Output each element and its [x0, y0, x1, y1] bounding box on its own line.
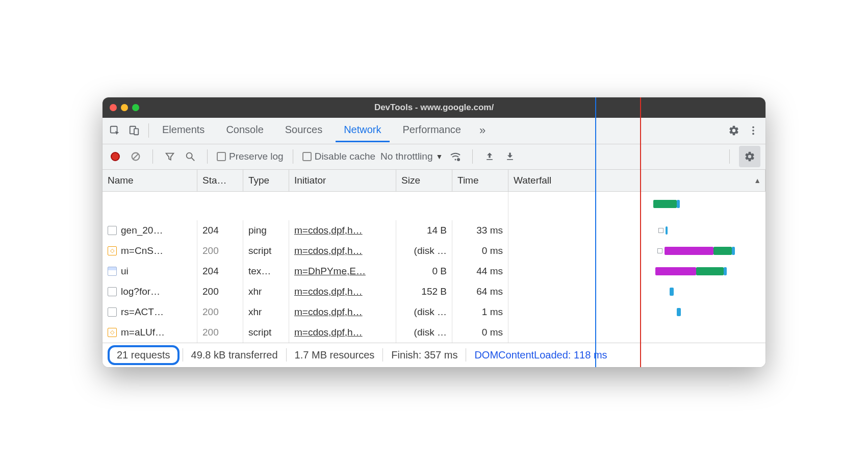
- request-time: 0 ms: [482, 245, 503, 256]
- name-cell[interactable]: rs=ACT…: [103, 302, 197, 322]
- col-size[interactable]: Size: [396, 170, 452, 192]
- tab-console[interactable]: Console: [218, 119, 271, 142]
- col-status[interactable]: Sta…: [197, 170, 243, 192]
- waterfall-bar: [713, 247, 732, 255]
- waterfall-bar: [670, 288, 674, 296]
- initiator-cell[interactable]: m=cdos,dpf,h…: [289, 220, 396, 241]
- upload-har-icon[interactable]: [482, 149, 497, 164]
- inspect-element-icon[interactable]: [106, 121, 124, 140]
- table-row[interactable]: [103, 192, 508, 220]
- status-cell[interactable]: 200: [197, 241, 243, 261]
- tab-elements[interactable]: Elements: [154, 119, 213, 142]
- status-cell[interactable]: 200: [197, 302, 243, 322]
- waterfall-bar: [732, 247, 735, 255]
- time-cell[interactable]: 0 ms: [452, 322, 508, 343]
- name-cell[interactable]: ui: [103, 261, 197, 281]
- time-cell[interactable]: 64 ms: [452, 281, 508, 302]
- device-toolbar-icon[interactable]: [125, 121, 143, 140]
- preserve-log-checkbox[interactable]: Preserve log: [217, 151, 284, 162]
- col-waterfall[interactable]: Waterfall ▲: [508, 170, 765, 192]
- type-cell[interactable]: script: [243, 241, 289, 261]
- settings-gear-icon[interactable]: [725, 121, 743, 140]
- waterfall-cell[interactable]: [508, 302, 765, 322]
- file-type-icon: [108, 328, 117, 337]
- waterfall-bar: [724, 267, 727, 275]
- initiator-cell[interactable]: m=cdos,dpf,h…: [289, 302, 396, 322]
- name-cell[interactable]: log?for…: [103, 281, 197, 302]
- waterfall-cell[interactable]: [508, 241, 765, 261]
- initiator-cell[interactable]: m=cdos,dpf,h…: [289, 322, 396, 343]
- tab-sources[interactable]: Sources: [277, 119, 330, 142]
- close-window-button[interactable]: [110, 104, 117, 111]
- main-tabs-row: Elements Console Sources Network Perform…: [103, 118, 765, 144]
- time-cell[interactable]: 33 ms: [452, 220, 508, 241]
- status-cell[interactable]: 200: [197, 322, 243, 343]
- time-cell[interactable]: 0 ms: [452, 241, 508, 261]
- filter-icon[interactable]: [162, 149, 177, 164]
- throttling-dropdown[interactable]: No throttling ▼: [380, 151, 443, 162]
- request-type: ping: [248, 225, 267, 236]
- request-type: script: [248, 245, 271, 256]
- maximize-window-button[interactable]: [132, 104, 139, 111]
- download-har-icon[interactable]: [502, 149, 518, 164]
- initiator-link[interactable]: m=DhPYme,E…: [294, 266, 366, 277]
- minimize-window-button[interactable]: [121, 104, 128, 111]
- type-cell[interactable]: xhr: [243, 281, 289, 302]
- initiator-link[interactable]: m=cdos,dpf,h…: [294, 306, 363, 318]
- window-titlebar: DevTools - www.google.com/: [103, 97, 765, 118]
- col-initiator[interactable]: Initiator: [289, 170, 396, 192]
- checkbox-icon: [302, 152, 312, 161]
- waterfall-cell[interactable]: [508, 192, 765, 220]
- size-cell[interactable]: (disk …: [396, 322, 452, 343]
- time-cell[interactable]: 44 ms: [452, 261, 508, 281]
- size-cell[interactable]: 0 B: [396, 261, 452, 281]
- waterfall-cell[interactable]: [508, 261, 765, 281]
- network-conditions-icon[interactable]: [448, 149, 463, 164]
- waterfall-cell[interactable]: [508, 220, 765, 241]
- initiator-cell[interactable]: m=cdos,dpf,h…: [289, 281, 396, 302]
- request-name: m=CnS…: [121, 245, 163, 256]
- request-type: tex…: [248, 266, 271, 277]
- initiator-link[interactable]: m=cdos,dpf,h…: [294, 245, 363, 256]
- network-settings-button[interactable]: [739, 146, 760, 167]
- name-cell[interactable]: m=CnS…: [103, 241, 197, 261]
- waterfall-cell[interactable]: [508, 322, 765, 343]
- col-time[interactable]: Time: [452, 170, 508, 192]
- name-cell[interactable]: m=aLUf…: [103, 322, 197, 343]
- initiator-link[interactable]: m=cdos,dpf,h…: [294, 327, 363, 338]
- type-cell[interactable]: tex…: [243, 261, 289, 281]
- disable-cache-checkbox[interactable]: Disable cache: [302, 151, 375, 162]
- svg-point-5: [752, 133, 754, 135]
- size-cell[interactable]: (disk …: [396, 302, 452, 322]
- initiator-link[interactable]: m=cdos,dpf,h…: [294, 225, 363, 236]
- status-cell[interactable]: 200: [197, 281, 243, 302]
- record-button[interactable]: [108, 149, 123, 164]
- load-line: [640, 220, 641, 367]
- kebab-menu-icon[interactable]: [744, 121, 762, 140]
- initiator-cell[interactable]: m=cdos,dpf,h…: [289, 241, 396, 261]
- tab-performance[interactable]: Performance: [395, 119, 470, 142]
- svg-point-10: [457, 158, 460, 161]
- tabs-overflow-button[interactable]: »: [474, 121, 491, 140]
- size-cell[interactable]: 14 B: [396, 220, 452, 241]
- waterfall-cell[interactable]: [508, 281, 765, 302]
- request-size: 0 B: [432, 266, 447, 277]
- size-cell[interactable]: (disk …: [396, 241, 452, 261]
- time-cell[interactable]: 1 ms: [452, 302, 508, 322]
- type-cell[interactable]: script: [243, 322, 289, 343]
- initiator-cell[interactable]: m=DhPYme,E…: [289, 261, 396, 281]
- status-cell[interactable]: 204: [197, 261, 243, 281]
- col-name[interactable]: Name: [103, 170, 197, 192]
- col-type[interactable]: Type: [243, 170, 289, 192]
- status-cell[interactable]: 204: [197, 220, 243, 241]
- network-toolbar: Preserve log Disable cache No throttling…: [103, 144, 765, 170]
- type-cell[interactable]: xhr: [243, 302, 289, 322]
- svg-point-11: [455, 159, 456, 161]
- size-cell[interactable]: 152 B: [396, 281, 452, 302]
- type-cell[interactable]: ping: [243, 220, 289, 241]
- clear-button[interactable]: [128, 149, 143, 164]
- search-icon[interactable]: [183, 149, 198, 164]
- tab-network[interactable]: Network: [336, 119, 389, 142]
- initiator-link[interactable]: m=cdos,dpf,h…: [294, 286, 363, 297]
- name-cell[interactable]: gen_20…: [103, 220, 197, 241]
